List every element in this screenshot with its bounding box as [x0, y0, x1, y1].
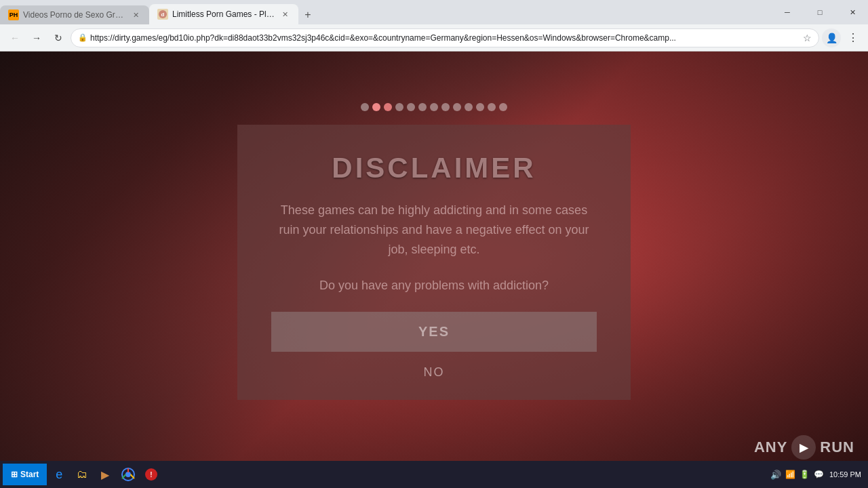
tab-dg-favicon: d: [157, 9, 168, 20]
back-button[interactable]: ←: [5, 28, 24, 47]
url-text: https://dirty.games/eg/bd10io.php?dk=di8…: [90, 33, 800, 43]
anyrun-watermark: ANY ▶ RUN: [754, 435, 854, 460]
disclaimer-title: DISCLAIMER: [271, 152, 597, 184]
disclaimer-question: Do you have any problems with addiction?: [271, 279, 597, 293]
tab-dg-label: Limitless Porn Games - Play Now: [172, 9, 275, 19]
yes-button[interactable]: YES: [271, 312, 597, 352]
title-bar: PH Videos Porno de Sexo Gratis. Pelícu..…: [0, 0, 868, 24]
address-bar: ← → ↻ 🔒 https://dirty.games/eg/bd10io.ph…: [0, 24, 868, 52]
disclaimer-body: These games can be highly addicting and …: [271, 201, 597, 259]
disclaimer-modal: DISCLAIMER These games can be highly add…: [237, 125, 631, 399]
profile-button[interactable]: 👤: [822, 28, 841, 47]
tab-ph[interactable]: PH Videos Porno de Sexo Gratis. Pelícu..…: [0, 5, 149, 24]
url-bar[interactable]: 🔒 https://dirty.games/eg/bd10io.php?dk=d…: [71, 28, 819, 47]
tab-dirtygames[interactable]: d Limitless Porn Games - Play Now ✕: [149, 4, 298, 24]
anyrun-text-any: ANY: [754, 439, 787, 456]
disclaimer-overlay: DISCLAIMER These games can be highly add…: [0, 52, 868, 473]
no-button[interactable]: NO: [424, 365, 445, 380]
tab-ph-close[interactable]: ✕: [130, 9, 141, 20]
window-controls: ─ □ ✕: [772, 4, 868, 24]
bookmark-icon[interactable]: ☆: [803, 33, 812, 43]
chrome-window: PH Videos Porno de Sexo Gratis. Pelícu..…: [0, 0, 868, 488]
page-content: DISCLAIMER These games can be highly add…: [0, 52, 868, 473]
reload-button[interactable]: ↻: [49, 28, 68, 47]
chrome-menu-button[interactable]: ⋮: [844, 28, 863, 47]
new-tab-button[interactable]: +: [298, 5, 317, 24]
anyrun-play-icon: ▶: [791, 435, 816, 460]
lock-icon: 🔒: [78, 33, 87, 42]
svg-text:d: d: [161, 12, 165, 18]
maximize-button[interactable]: □: [804, 2, 835, 22]
tab-ph-label: Videos Porno de Sexo Gratis. Pelícu...: [23, 10, 126, 20]
anyrun-text-run: RUN: [820, 439, 854, 456]
tab-dg-close[interactable]: ✕: [279, 9, 290, 20]
minimize-button[interactable]: ─: [772, 2, 803, 22]
tab-ph-favicon: PH: [8, 9, 19, 20]
close-button[interactable]: ✕: [837, 2, 868, 22]
forward-button[interactable]: →: [27, 28, 46, 47]
